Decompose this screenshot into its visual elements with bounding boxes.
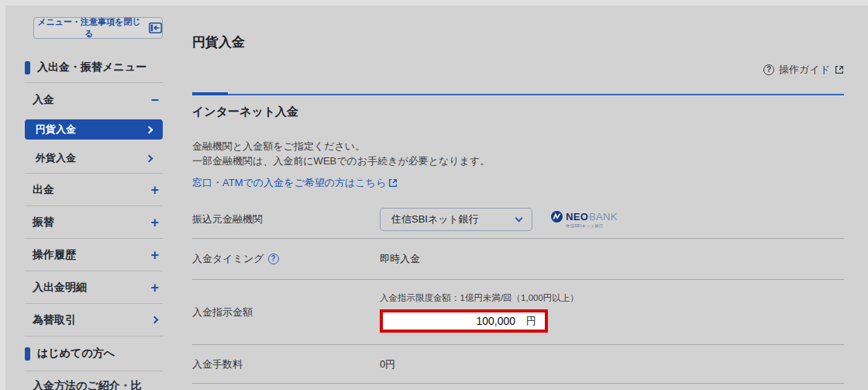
sidebar-item-label: 外貨入金	[36, 151, 76, 165]
atm-deposit-link[interactable]: 窓口・ATMでの入金をご希望の方はこちら	[192, 176, 398, 190]
panel-collapse-icon	[149, 22, 162, 33]
neobank-logo-neo: NEO	[566, 211, 588, 223]
bank-select[interactable]: 住信SBIネット銀行	[380, 208, 532, 231]
close-menu-button[interactable]: メニュー・注意事項を閉じる	[33, 17, 163, 39]
sidebar-item-fx-deposit[interactable]: 外貨入金	[25, 148, 163, 168]
bank-row: 振込元金融機関 住信SBIネット銀行 NEO BANK 住信SBIネット銀行	[192, 201, 844, 238]
plus-icon: +	[150, 216, 163, 230]
timing-value: 即時入金	[380, 252, 420, 266]
fee-row: 入金手数料 0円	[192, 345, 844, 383]
fee-label: 入金手数料	[192, 357, 380, 371]
page-title: 円貨入金	[192, 33, 844, 51]
sidebar-item-label: 操作履歴	[33, 248, 76, 262]
sidebar-item-label: 為替取引	[33, 313, 76, 327]
description: 金融機関と入金額をご指定ください。 一部金融機関は、入金前にWEBでのお手続きが…	[192, 139, 844, 168]
fee-value: 0円	[380, 357, 395, 371]
neobank-circle-icon	[551, 211, 563, 223]
page: メニュー・注意事項を閉じる 入出金・振替メニュー 入金 − 円貨入金 外貨入金	[5, 5, 868, 390]
sidebar-item-history[interactable]: 操作履歴 +	[25, 239, 163, 271]
operation-guide-link[interactable]: ? 操作ガイド	[192, 64, 844, 76]
divider	[192, 383, 844, 384]
minus-icon: −	[150, 93, 163, 107]
plus-icon: +	[150, 248, 163, 262]
sidebar-item-label: 円貨入金	[36, 123, 76, 136]
neobank-logo: NEO BANK 住信SBIネット銀行	[551, 211, 618, 228]
divider	[25, 371, 163, 371]
amount-limit-hint: 入金指示限度金額：1億円未満/回（1,000円以上）	[380, 292, 579, 304]
amount-highlight-box: 円	[380, 309, 548, 333]
neobank-logo-bank: BANK	[589, 211, 618, 223]
sidebar-item-deposit-guide[interactable]: 入金方法のご紹介・比	[25, 379, 163, 390]
close-menu-label: メニュー・注意事項を閉じる	[34, 16, 144, 40]
section-divider	[192, 92, 844, 95]
question-circle-icon: ?	[763, 64, 774, 75]
chevron-right-icon	[151, 316, 159, 324]
timing-row: 入金タイミング ? 即時入金	[192, 239, 844, 279]
bank-select-value: 住信SBIネット銀行	[391, 212, 479, 226]
header-accent-bar	[25, 347, 30, 361]
amount-unit: 円	[526, 314, 536, 328]
sidebar-item-label: 入金	[33, 93, 54, 107]
timing-label-text: 入金タイミング	[192, 252, 264, 266]
operation-guide-label: 操作ガイド	[779, 63, 830, 77]
sidebar-item-fx-trade[interactable]: 為替取引	[25, 304, 163, 336]
external-link-icon	[388, 178, 398, 188]
sidebar-item-label: 入金方法のご紹介・比	[33, 379, 142, 390]
deposit-form: 振込元金融機関 住信SBIネット銀行 NEO BANK 住信SBIネット銀行	[192, 201, 844, 384]
main-content: 円貨入金 ? 操作ガイド インターネット入金 金融機関と入金額をご指定ください。…	[173, 5, 868, 390]
chevron-right-icon	[146, 126, 153, 133]
sidebar-item-transfer[interactable]: 振替 +	[25, 206, 163, 238]
sidebar-header-deposit-menu: 入出金・振替メニュー	[25, 60, 163, 75]
sidebar-header-label: 入出金・振替メニュー	[37, 60, 146, 74]
sidebar-item-label: 入出金明細	[33, 281, 87, 295]
sidebar-item-jpy-deposit[interactable]: 円貨入金	[25, 119, 163, 140]
amount-label: 入金指示金額	[192, 305, 380, 319]
external-link-icon	[835, 65, 844, 74]
sidebar-item-label: 出金	[33, 183, 54, 197]
divider	[25, 82, 163, 83]
chevron-down-icon	[515, 215, 523, 223]
header-accent-bar	[25, 61, 30, 74]
sidebar-item-withdrawal[interactable]: 出金 +	[25, 174, 163, 205]
plus-icon: +	[150, 281, 163, 295]
amount-row: 入金指示金額 入金指示限度金額：1億円未満/回（1,000円以上） 円	[192, 280, 844, 344]
sidebar-header-beginner: はじめての方へ	[25, 337, 163, 371]
sidebar-item-label: 振替	[33, 216, 54, 230]
section-title: インターネット入金	[192, 105, 844, 119]
amount-input[interactable]	[415, 315, 515, 327]
timing-label: 入金タイミング ?	[192, 252, 380, 266]
bank-label: 振込元金融機関	[192, 212, 380, 226]
plus-icon: +	[150, 183, 163, 197]
sidebar-header-label: はじめての方へ	[37, 347, 115, 361]
sidebar-item-statement[interactable]: 入出金明細 +	[25, 271, 163, 303]
atm-deposit-link-label: 窓口・ATMでの入金をご希望の方はこちら	[192, 176, 386, 190]
description-line-2: 一部金融機関は、入金前にWEBでのお手続きが必要となります。	[192, 155, 490, 167]
question-circle-icon[interactable]: ?	[268, 254, 279, 264]
chevron-right-icon	[146, 154, 153, 162]
sidebar-item-deposit[interactable]: 入金 −	[25, 86, 163, 114]
neobank-logo-subtext: 住信SBIネット銀行	[566, 223, 603, 228]
sidebar: メニュー・注意事項を閉じる 入出金・振替メニュー 入金 − 円貨入金 外貨入金	[5, 5, 173, 390]
description-line-1: 金融機関と入金額をご指定ください。	[192, 140, 365, 152]
